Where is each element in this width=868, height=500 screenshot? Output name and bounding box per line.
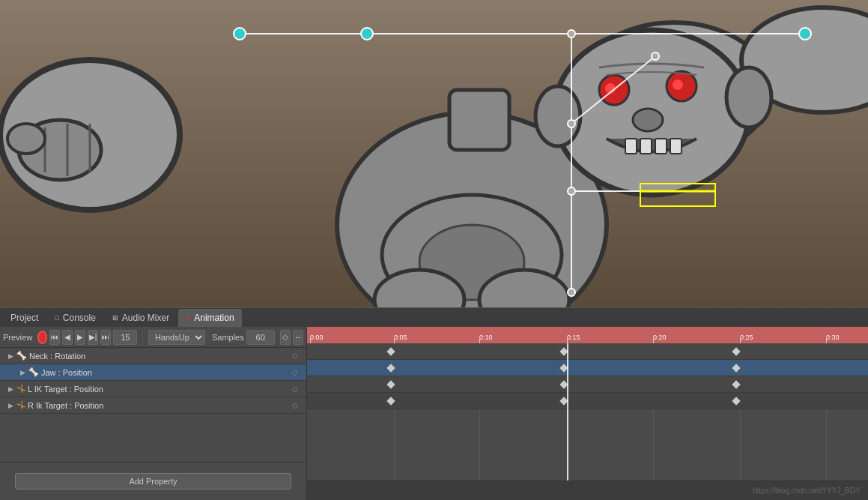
track-rik-position[interactable] [307,393,868,409]
svg-rect-10 [449,90,509,150]
tab-console-label: Console [63,313,96,323]
tab-project[interactable]: Project [3,309,46,327]
track-jaw-position[interactable] [307,360,868,376]
watermark-text: https://blog.csdn.net/YYYJ_BOY [753,487,861,495]
expand-arrow-rik[interactable]: ▶ [6,401,15,410]
jaw-position-label: Jaw : Position [41,368,290,377]
svg-rect-19 [655,139,667,154]
tab-project-label: Project [10,313,38,323]
ruler-mark-15: 0:15 [567,334,580,341]
tab-audio-mixer-label: Audio Mixer [122,313,169,323]
svg-point-16 [633,109,663,131]
svg-point-7 [7,124,45,154]
add-keyframe-button[interactable]: ◇ [280,330,291,345]
ruler-mark-10-label: 0:10 [479,334,493,341]
svg-rect-18 [640,139,652,154]
divider [142,330,143,345]
tab-animation-label: Animation [194,313,234,323]
expand-arrow-lik[interactable]: ▶ [6,385,15,394]
key-settings-button[interactable]: ↔ [293,330,303,345]
jaw-position-keyframe-btn[interactable]: ◇ [290,367,300,378]
frame-input[interactable] [113,330,137,345]
lik-position-label: L IK Target : Position [28,385,290,394]
samples-input[interactable] [246,330,275,345]
animation-panel: Project □ Console ⊞ Audio Mixer ● Animat… [0,307,868,500]
keyframe-neck-1[interactable] [559,347,568,355]
property-neck-rotation[interactable]: ▶ 🦴 Neck : Rotation ◇ [0,348,306,364]
ruler-mark-30-label: 0:30 [826,334,840,341]
tab-console[interactable]: □ Console [47,309,103,327]
svg-point-35 [568,120,575,127]
svg-point-32 [361,28,373,40]
ruler-mark-25: 0:25 [740,334,753,341]
svg-point-31 [234,28,246,40]
keyframe-neck-2[interactable] [732,347,740,355]
keyframe-jaw-0[interactable] [386,364,395,372]
tab-bar: Project □ Console ⊞ Audio Mixer ● Animat… [0,307,868,327]
tab-animation[interactable]: ● Animation [178,309,241,327]
svg-point-21 [535,86,580,146]
timeline-tracks[interactable] [307,343,868,481]
svg-point-37 [568,289,575,296]
bone-icon-neck: 🦴 [16,351,27,361]
svg-point-15 [673,79,683,90]
watermark-area: https://blog.csdn.net/YYYJ_BOY [307,481,868,500]
timeline-panel: 0:00 0:05 0:10 0:15 0:20 0:25 0: [307,327,868,500]
controls-row: Preview ⏮ ◀ ▶ ▶| ⏭ HandsUp Samples [0,327,306,348]
keyframe-rik-0[interactable] [386,397,395,405]
keyframe-lik-2[interactable] [732,380,740,388]
animation-viewport [0,0,868,307]
ruler-mark-20-label: 0:20 [653,334,667,341]
timeline-ruler[interactable]: 0:00 0:05 0:10 0:15 0:20 0:25 0: [307,327,868,343]
neck-rotation-label: Neck : Rotation [29,352,290,361]
skip-to-start-button[interactable]: ⏮ [49,330,60,345]
ruler-mark-10: 0:10 [479,334,493,341]
svg-point-33 [799,28,811,40]
tab-audio-mixer[interactable]: ⊞ Audio Mixer [105,309,177,327]
ik-icon-lik: 🤸 [16,385,25,393]
track-lik-position[interactable] [307,376,868,393]
property-jaw-position[interactable]: ▶ 🦴 Jaw : Position ◇ [0,364,306,381]
main-content: Preview ⏮ ◀ ▶ ▶| ⏭ HandsUp Samples [0,327,868,500]
keyframe-jaw-1[interactable] [559,364,568,372]
neck-rotation-keyframe-btn[interactable]: ◇ [290,351,300,361]
left-panel: Preview ⏮ ◀ ▶ ▶| ⏭ HandsUp Samples [0,327,307,500]
clip-dropdown[interactable]: HandsUp [148,330,205,345]
property-rik-position[interactable]: ▶ 🤸 R Ik Target : Position ◇ [0,397,306,414]
bone-icon-jaw: 🦴 [28,367,39,378]
prev-frame-button[interactable]: ◀ [62,330,73,345]
keyframe-neck-0[interactable] [386,347,395,355]
add-property-button[interactable]: Add Property [15,473,291,490]
keyframe-lik-1[interactable] [559,380,568,388]
track-neck-rotation[interactable] [307,343,868,360]
keyframe-rik-1[interactable] [559,397,568,405]
ruler-mark-15-label: 0:15 [567,334,580,341]
lik-position-keyframe-btn[interactable]: ◇ [290,384,300,394]
preview-label: Preview [3,333,32,342]
expand-arrow-neck[interactable]: ▶ [6,352,15,361]
keyframe-lik-0[interactable] [386,380,395,388]
keyframe-jaw-2[interactable] [732,364,740,372]
record-dot-icon: ● [186,313,190,322]
ruler-mark-0-label: 0:00 [310,334,324,341]
ruler-mark-20: 0:20 [653,334,667,341]
keyframe-rik-2[interactable] [732,397,740,405]
record-button[interactable] [37,331,47,344]
left-panel-spacer [0,414,306,462]
play-button[interactable]: ▶ [75,330,85,345]
rik-position-label: R Ik Target : Position [28,401,290,410]
skip-to-end-button[interactable]: ⏭ [100,330,111,345]
property-lik-position[interactable]: ▶ 🤸 L IK Target : Position ◇ [0,381,306,397]
bottom-area: Add Property [0,462,306,500]
ruler-mark-30: 0:30 [826,334,840,341]
rik-position-keyframe-btn[interactable]: ◇ [290,400,300,411]
svg-rect-20 [670,139,682,154]
svg-rect-17 [625,139,637,154]
ik-icon-rik: 🤸 [16,401,25,409]
svg-point-38 [652,52,659,60]
expand-arrow-jaw[interactable]: ▶ [18,368,27,377]
svg-point-22 [726,67,771,127]
ruler-mark-5-label: 0:05 [394,334,407,341]
next-frame-button[interactable]: ▶| [88,330,98,345]
ruler-mark-25-label: 0:25 [740,334,753,341]
